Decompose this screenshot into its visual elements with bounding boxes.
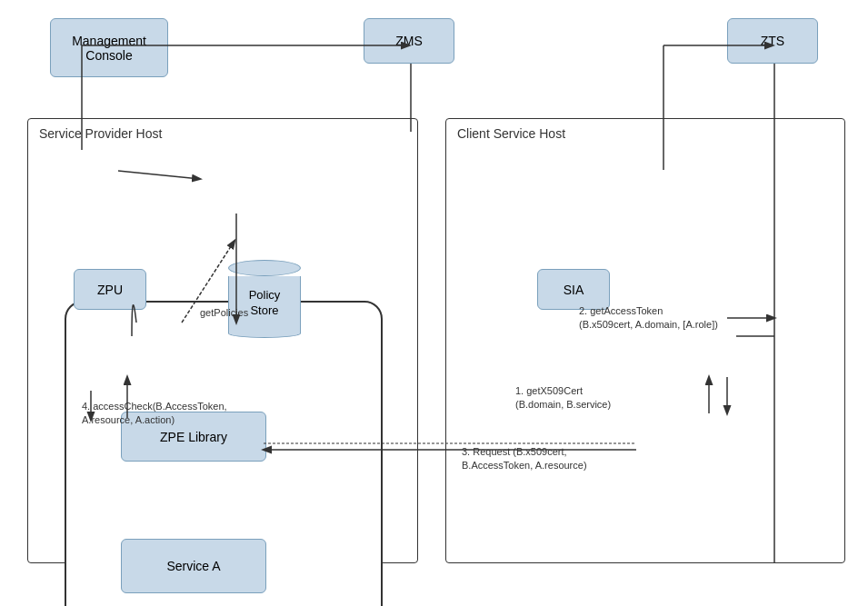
management-console-box: Management Console — [50, 18, 168, 77]
get-policies-label: getPolicies — [200, 306, 248, 320]
access-check-label: 4. accessCheck(B.AccessToken, A.resource… — [82, 400, 236, 428]
get-access-token-label: 2. getAccessToken (B.x509cert, A.domain,… — [579, 304, 779, 333]
zpe-library-label: ZPE Library — [160, 430, 227, 444]
client-service-host: Client Service Host Client Process ZTS L… — [445, 118, 845, 563]
zms-label: ZMS — [395, 34, 423, 48]
zms-box: ZMS — [364, 18, 454, 64]
service-provider-host: Service Provider Host Service Process ZP… — [27, 118, 418, 563]
cylinder-bottom-cap — [228, 329, 301, 338]
service-provider-host-label: Service Provider Host — [39, 126, 162, 141]
get-x509-cert-label: 1. getX509Cert (B.domain, B.service) — [515, 384, 688, 412]
cylinder-top — [228, 260, 301, 276]
zpu-box: ZPU — [74, 269, 146, 310]
diagram-container: Management Console ZMS ZTS Service Provi… — [0, 0, 868, 606]
request-label: 3. Request (B.x509cert, B.AccessToken, A… — [462, 445, 634, 473]
zts-box: ZTS — [727, 18, 818, 64]
service-a-label: Service A — [166, 559, 220, 573]
zts-label: ZTS — [761, 34, 784, 48]
management-console-label: Management Console — [72, 34, 146, 63]
client-service-host-label: Client Service Host — [457, 126, 565, 141]
service-a-box: Service A — [121, 539, 266, 593]
policy-store-label: Policy Store — [249, 288, 281, 319]
sia-label: SIA — [564, 283, 584, 297]
policy-store-cylinder: Policy Store — [228, 260, 301, 338]
cylinder-body: Policy Store — [228, 276, 301, 331]
zpu-label: ZPU — [97, 283, 123, 297]
service-process-container: Service Process ZPE Library Service A — [65, 301, 383, 606]
